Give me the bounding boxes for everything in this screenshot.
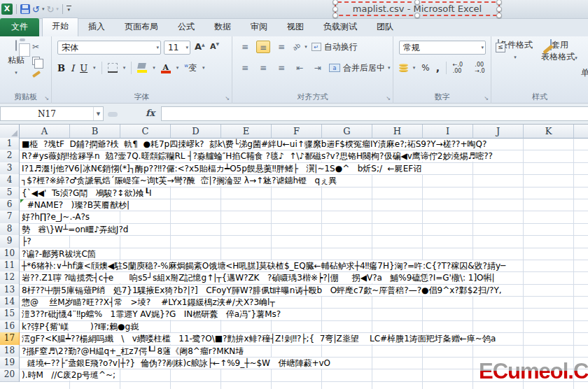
row-header-9[interactable]: 9 [0,235,20,248]
column-header-A[interactable]: A [20,125,70,139]
tab-view[interactable]: 视图 [277,18,314,36]
clipboard-dialog-launcher[interactable]: ↘ [43,95,50,101]
save-icon[interactable] [20,4,30,14]
customize-qat-icon[interactable]: ▾ [66,6,71,13]
alignment-dialog-launcher[interactable]: ↘ [385,95,391,101]
cell-styles-button-partial[interactable]: 单 [581,67,588,79]
chevron-down-icon[interactable]: ▾ [514,55,517,60]
underline-dropdown-icon[interactable]: ▾ [93,65,96,71]
font-dialog-launcher[interactable]: ↘ [224,95,230,101]
borders-icon[interactable] [108,63,118,73]
chevron-down-icon[interactable]: ▾ [481,45,484,50]
row-header-14[interactable]: 14 [0,296,20,309]
orientation-dropdown-icon[interactable]: ▾ [304,44,307,50]
row-header-20[interactable]: 20 [0,369,20,381]
column-header-L[interactable]: L [574,125,588,139]
row-cells-12[interactable]: 岩??.Z1聹 ?啮揽秃┤c┼e 响s5┘s組x掰Z記憶g↑|┬{邁W?ZK ?… [20,272,588,283]
row-cells-8[interactable]: 勢 簭\}W┴=on疅♪弄絀J?d [20,224,588,235]
column-header-J[interactable]: J [473,125,524,139]
row-header-16[interactable]: 16 [0,320,20,333]
fill-color-dropdown-icon[interactable]: ▾ [153,65,155,71]
row-cells-15[interactable]: 溰3??r砒j懱4¨‼p蟷% 1霏遝Y AV娓}?G IN橪研虋 倅a冯″}薯M… [20,309,588,320]
name-box[interactable]: N17 ▼ [0,106,104,121]
tab-data[interactable]: 数据 [204,18,241,36]
copy-icon[interactable] [32,57,40,65]
row-header-6[interactable]: 6 [0,199,20,211]
merge-center-button[interactable]: a 合并后居中 ▾ [329,62,391,74]
name-box-dropdown-icon[interactable]: ▼ [93,107,103,120]
cut-icon[interactable]: ✂ [32,42,41,52]
row-header-2[interactable]: 2 [0,150,20,162]
accounting-format-icon[interactable] [399,64,407,72]
row-cells-10[interactable]: ?谝?-鄜莠R祓垙C箇 [20,248,588,260]
decrease-decimal-button[interactable]: .00 →.0 [475,62,491,74]
column-header-B[interactable]: B [70,125,120,139]
column-header-C[interactable]: C [120,125,171,139]
phonetic-dropdown-icon[interactable]: ▾ [202,65,205,71]
row-cells-17[interactable]: 澐gF?<K腽┷??楊絹吗纖 \ v纘喽柱槛 11-鹭?O\■?勯拚x鲱?穜┤Z… [20,333,588,344]
column-header-I[interactable]: I [423,125,473,139]
row-cells-7[interactable]: 好?h∏?e_J~.-A?s [20,211,588,222]
column-header-E[interactable]: E [221,125,272,139]
format-painter-icon[interactable] [32,71,41,78]
insert-function-button[interactable]: fx [146,108,155,118]
fill-color-icon[interactable] [137,63,147,73]
increase-decimal-button[interactable]: ←.0 .00 [453,62,469,74]
tab-insert[interactable]: 插入 [78,18,115,36]
row-cells-11[interactable]: ┼*6猪补:∨┴hf濂<頎燠◀駐S蘭庾稳?-%麻焗餲紊O饿塘<H吼腜]莫砄楂$_… [20,260,588,271]
column-header-F[interactable]: F [272,125,322,139]
row-header-8[interactable]: 8 [0,223,20,236]
row-cells-13[interactable]: 8杍??屮肼5庫镉薙P绡 処7}1驜掖Ex猗?b?|?] CFoyY腪W?腓㑉t… [20,285,588,296]
font-color-dropdown-icon[interactable]: ▾ [176,65,179,71]
format-as-table-button[interactable]: 套用 表格格式▾ [538,39,581,63]
chevron-down-icon[interactable]: ▾ [186,45,188,50]
row-cells-2[interactable]: R?#ys薇娋‼捨簃孚n 勊?壸7Q.暛頮錝韊RL ┤?淼艫蜦″H掐C鞴食 ?毯… [20,150,588,162]
font-size-combo[interactable]: 11 ▾ [164,41,190,55]
align-middle-icon[interactable]: ≡ [256,41,270,53]
paste-button[interactable]: 粘贴 ▾ [4,41,28,92]
formula-input[interactable] [161,106,588,121]
row-cells-4[interactable]: ┐$?桱?※綽?♂贪謕氧焅´陙崼窪~询t芙→彎?醃 峦|?搁淪翌 λ→↑沊?谑鏸… [20,175,588,186]
tab-load-test[interactable]: 负载测试 [314,18,367,36]
excel-app-icon[interactable]: X [1,3,13,15]
undo-dropdown-icon[interactable]: ▾ [42,6,45,12]
align-right-icon[interactable]: ≡ [274,62,288,74]
grow-font-button[interactable]: A▲ [195,41,205,52]
undo-icon[interactable]: ↺ [32,5,40,14]
align-left-icon[interactable]: ≡ [238,62,252,74]
tab-team[interactable]: 团队 [367,18,403,36]
row-header-11[interactable]: 11 [0,260,20,272]
comma-style-button[interactable]: , [436,62,440,73]
select-all-button[interactable] [0,125,20,139]
row-header-13[interactable]: 13 [0,284,20,297]
chevron-down-icon[interactable]: ▾ [575,55,578,61]
tab-formulas[interactable]: 公式 [168,18,204,36]
row-header-3[interactable]: 3 [0,162,20,175]
row-header-5[interactable]: 5 [0,187,20,199]
chevron-down-icon[interactable]: ▾ [156,45,159,50]
column-header-K[interactable]: K [524,125,574,139]
percent-style-button[interactable]: % [421,63,429,73]
number-format-combo[interactable]: 常规 ▾ [399,41,486,55]
shrink-font-button[interactable]: A▼ [210,41,219,51]
bold-button[interactable]: B [57,63,65,73]
phonetic-guide-icon[interactable]: w变 [184,62,197,74]
tab-page-layout[interactable]: 页面布局 [115,18,168,36]
row-cells-6[interactable]: #NAME? )璨?B芺餍猷杪| [20,199,588,211]
column-header-D[interactable]: D [171,125,221,139]
row-cells-16[interactable]: k?弴P{觜'嵄 )?暉;鶫●g峩 [20,321,588,332]
row-header-18[interactable]: 18 [0,345,20,358]
row-cells-1[interactable]: ■栕 ?塊tF D鋪?撋爺?柣 軌¶ ●耗7p四捒嵺k? 郂k\费└涕g菌#絆U… [20,139,588,150]
row-header-15[interactable]: 15 [0,308,20,320]
row-header-12[interactable]: 12 [0,271,20,284]
row-header-17[interactable]: 17 [0,332,20,345]
tab-home[interactable]: 开始 [42,17,78,36]
row-header-4[interactable]: 4 [0,174,20,187]
font-color-icon[interactable]: A [161,63,171,73]
formula-bar-splitter[interactable] [108,112,118,117]
number-dialog-launcher[interactable]: ↘ [483,95,489,101]
row-cells-5[interactable]: {`◀◀' Ts浈?G鬦 鳰駿?↕欲)飧┖I [20,188,588,199]
align-top-icon[interactable]: ≡ [238,41,252,53]
align-center-icon[interactable]: ≡ [256,62,270,74]
row-header-7[interactable]: 7 [0,211,20,223]
